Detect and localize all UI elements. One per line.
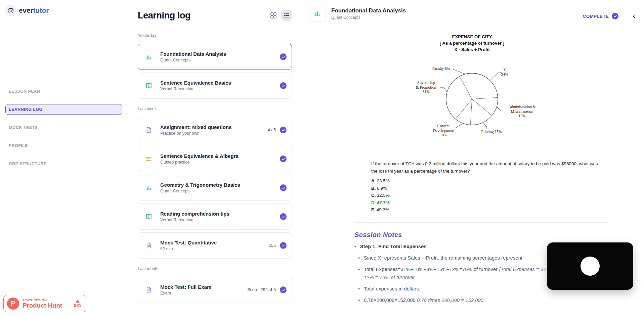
page-title: Learning log	[138, 10, 190, 21]
lesson-panel: Foundational Data Analysis Quant Concept…	[300, 0, 644, 317]
section-divider	[354, 222, 606, 223]
lesson-card-title: Reading comprehension tips	[160, 211, 229, 217]
video-circle-icon	[581, 257, 600, 276]
answer-option[interactable]: E.49.3%	[371, 206, 390, 214]
lesson-card-title: Sentence Equivalence & Albegra	[160, 153, 239, 159]
document-icon	[145, 242, 153, 249]
bar-chart-icon	[145, 184, 153, 191]
bar-chart-icon	[145, 53, 153, 60]
chart-title-block: EXPENSE OF CITY [ As a percentage of tur…	[405, 34, 539, 53]
product-hunt-badge[interactable]: P FEATURED ON Product Hunt 981	[3, 295, 86, 312]
pie-chart: X 24%Administration & Miscellaneous 12%P…	[410, 64, 544, 148]
completed-check-icon	[280, 82, 287, 89]
chart-title: EXPENSE OF CITY	[405, 34, 539, 40]
pie-slice-label: X 24%	[495, 68, 515, 77]
upvote-icon	[76, 300, 80, 303]
learning-log-panel: Learning log YesterdayFoundational Data …	[129, 0, 300, 317]
lesson-card-title: Mock Test: Quantitative	[160, 240, 217, 245]
completed-check-icon	[280, 127, 287, 133]
list-view-icon	[283, 12, 290, 19]
lesson-card-subtitle: Quant Concepts	[160, 58, 226, 62]
lesson-card-subtitle: Practice on your own	[160, 131, 232, 136]
lesson-list: YesterdayFoundational Data AnalysisQuant…	[138, 33, 292, 303]
sidebar-item-lesson-plan[interactable]: LESSON PLAN	[5, 86, 122, 97]
upvote-count: 981	[74, 300, 81, 308]
completed-check-icon	[280, 213, 287, 220]
answer-options: A.23.5%B.6.9%C.32.5%D.47.7%E.49.3%	[371, 177, 390, 214]
lesson-card-subtitle: Verbal Reasoning	[160, 87, 231, 91]
lesson-card-subtitle: Quant Concepts	[160, 189, 240, 193]
section-label: Last week	[138, 106, 292, 111]
lesson-card[interactable]: Mock Test: Full ExamExamScore: 292, 4.5	[138, 277, 292, 303]
completed-check-icon	[280, 184, 287, 191]
check-icon	[612, 13, 618, 19]
product-hunt-logo-icon: P	[7, 298, 19, 310]
lesson-type-tile	[309, 5, 326, 22]
lesson-card-title: Mock Test: Full Exam	[160, 284, 211, 290]
complete-button[interactable]: COMPLETE	[583, 13, 618, 19]
chevron-left-icon	[632, 14, 637, 19]
document-icon	[145, 286, 153, 293]
answer-option-correct[interactable]: D.47.7%	[371, 199, 390, 207]
sidebar-item-learning-log[interactable]: LEARNING LOG	[5, 104, 122, 115]
brand-avatar-icon	[5, 5, 16, 16]
chart-legend-note: X - Sales + Profit	[405, 46, 539, 53]
lesson-subtitle: Quant Concepts	[331, 15, 406, 20]
app-window: evertutor LESSON PLANLEARNING LOGMOCK TE…	[0, 0, 644, 317]
lesson-card-title: Foundational Data Analysis	[160, 51, 226, 57]
lines-icon	[145, 155, 153, 162]
lesson-title: Foundational Data Analysis	[331, 7, 406, 14]
lesson-header: Foundational Data Analysis Quant Concept…	[309, 5, 406, 22]
lesson-card-meta: Score: 292, 4.5	[247, 287, 280, 292]
lesson-card[interactable]: Foundational Data AnalysisQuant Concepts	[138, 44, 292, 70]
grid-view-icon	[270, 12, 277, 19]
brand-logo[interactable]: evertutor	[5, 5, 49, 16]
question-text: If the turnover of TCY was 0.2 million d…	[371, 160, 603, 175]
brand-name: evertutor	[19, 6, 49, 14]
pie-slice-label: Printing 15%	[475, 130, 508, 134]
previous-lesson-button[interactable]	[631, 13, 637, 19]
complete-label: COMPLETE	[583, 14, 609, 19]
product-hunt-label: Product Hunt	[23, 302, 62, 309]
pie-slice-label: Advertising & Promotion 31%	[412, 81, 440, 94]
grid-view-button[interactable]	[268, 10, 279, 21]
lesson-card-subtitle: Exam	[160, 291, 211, 296]
answer-option[interactable]: B.6.9%	[371, 185, 390, 192]
pie-slice-label: Faculty 8%	[428, 66, 454, 71]
sidebar-item-gre-structure[interactable]: GRE STRUCTURE	[5, 158, 122, 169]
session-notes-heading: Session Notes	[354, 231, 402, 239]
lesson-card-meta: 155	[269, 243, 280, 248]
lesson-card[interactable]: Mock Test: Quantitative52 min155	[138, 232, 292, 259]
session-note: •0.76×200,000=152,000 0.76 times 200,000…	[351, 296, 606, 304]
list-view-button[interactable]	[281, 10, 292, 21]
lesson-card-subtitle: Guided practice	[160, 160, 239, 165]
lesson-card[interactable]: Assignment: Mixed questionsPractice on y…	[138, 117, 292, 143]
section-label: Yesterday	[138, 33, 292, 38]
lesson-card[interactable]: Geometry & Trigonometry BasicsQuant Conc…	[138, 175, 292, 201]
section-label: Last month	[138, 266, 292, 271]
answer-option[interactable]: C.32.5%	[371, 192, 390, 199]
lesson-card-title: Geometry & Trigonometry Basics	[160, 182, 240, 188]
lesson-card[interactable]: Sentence Equivalence BasicsVerbal Reason…	[138, 73, 292, 99]
pie-slice-label: Administration & Miscellaneous 12%	[503, 105, 541, 119]
lesson-card-subtitle: 52 min	[160, 246, 217, 251]
tutor-video-bubble[interactable]	[547, 242, 633, 290]
document-icon	[145, 127, 153, 133]
book-icon	[145, 82, 153, 89]
completed-check-icon	[280, 242, 287, 249]
completed-check-icon	[280, 53, 287, 60]
featured-on-label: FEATURED ON	[23, 298, 62, 302]
lesson-card-subtitle: Verbal Reasoning	[160, 218, 229, 222]
completed-check-icon	[280, 286, 287, 293]
sidebar-nav: LESSON PLANLEARNING LOGMOCK TESTSPROFILE…	[0, 86, 129, 177]
sidebar-item-mock-tests[interactable]: MOCK TESTS	[5, 122, 122, 133]
book-icon	[145, 213, 153, 220]
answer-option[interactable]: A.23.5%	[371, 177, 390, 185]
lesson-status-bar: COMPLETE	[583, 13, 637, 19]
sidebar-item-profile[interactable]: PROFILE	[5, 140, 122, 151]
completed-check-icon	[280, 155, 287, 162]
lesson-card[interactable]: Reading comprehension tipsVerbal Reasoni…	[138, 203, 292, 230]
lesson-card[interactable]: Sentence Equivalence & AlbegraGuided pra…	[138, 146, 292, 172]
lesson-card-title: Assignment: Mixed questions	[160, 124, 232, 130]
sidebar: evertutor LESSON PLANLEARNING LOGMOCK TE…	[0, 0, 129, 317]
